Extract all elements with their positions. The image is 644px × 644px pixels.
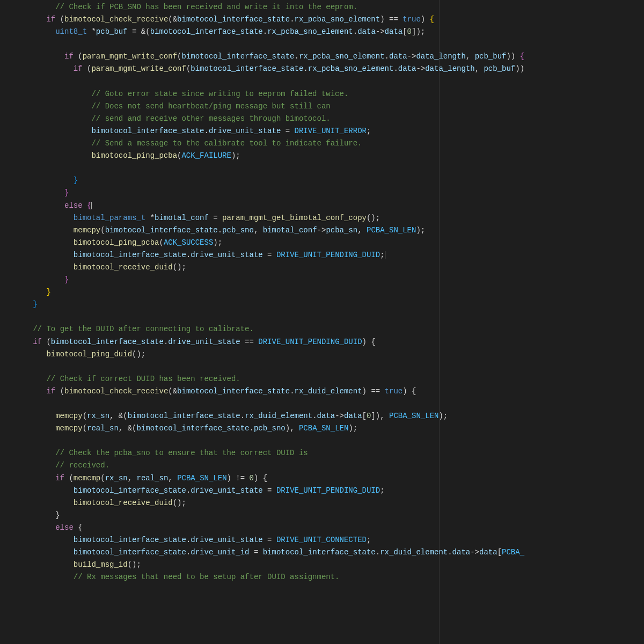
- token-var: rx_sn: [105, 474, 128, 482]
- token-const: ACK_SUCCESS: [164, 238, 213, 247]
- token-var: bimotocol_interface_state: [136, 424, 249, 433]
- token-op: {: [74, 523, 83, 532]
- token-op: ();: [132, 350, 145, 358]
- token-op: [: [497, 548, 502, 557]
- token-op: =: [263, 486, 276, 495]
- token-op: ]),: [371, 412, 389, 420]
- token-kw: else: [64, 201, 83, 210]
- token-fn: param_mgmt_get_bimotal_conf_copy: [222, 214, 367, 222]
- token-op: ,: [128, 474, 137, 482]
- token-op: .: [448, 548, 452, 557]
- token-var: bimotocol_interface_state: [105, 226, 218, 235]
- token-op: ,: [254, 226, 263, 235]
- token-op: *: [145, 214, 155, 222]
- token-var: rx_pcba_sno_element: [295, 15, 380, 24]
- token-op: =: [263, 536, 276, 544]
- token-const: DRIVE_UNIT_CONNECTED: [276, 536, 367, 544]
- code-content[interactable]: // Check if PCB_SNO has been received an…: [0, 1, 644, 583]
- token-op: (&: [168, 15, 177, 24]
- token-op: .: [303, 64, 308, 73]
- token-type: true: [402, 15, 421, 24]
- token-var: bimotocol_interface_state: [263, 548, 376, 557]
- token-op: ) {: [362, 338, 376, 346]
- token-op: .: [312, 412, 317, 420]
- token-cmt: // Rx messages that need to be setup aft…: [74, 573, 340, 581]
- token-var: drive_unit_state: [191, 486, 262, 495]
- token-var: pcba_sn: [326, 226, 357, 235]
- token-op: ) ==: [362, 387, 385, 396]
- token-fn: bimotocol_receive_duid: [74, 263, 173, 272]
- token-var: bimotocol_interface_state: [74, 486, 186, 495]
- token-fn: param_mgmt_write_conf: [83, 52, 177, 61]
- token-const: ACK_FAILURE: [181, 151, 231, 160]
- token-brace-y: {: [430, 15, 434, 24]
- token-op: }: [55, 511, 60, 519]
- token-fn: memcmp: [74, 474, 100, 482]
- token-cmt: // send and receive other messages throu…: [91, 114, 330, 123]
- token-var: bimotocol_interface_state: [91, 127, 204, 135]
- token-var: bimotal_conf: [155, 214, 209, 222]
- token-op: ;: [380, 251, 384, 259]
- token-var: data: [344, 412, 362, 420]
- token-brace-p: }: [64, 188, 69, 197]
- token-var: data: [389, 52, 407, 61]
- token-kw: if: [55, 474, 64, 482]
- token-op: , &(: [109, 412, 128, 420]
- token-fn: build_msg_id: [74, 560, 128, 569]
- token-op: =: [281, 127, 294, 135]
- token-kw: else: [55, 523, 74, 532]
- token-op: (: [55, 387, 64, 396]
- token-op: ) {: [402, 387, 416, 396]
- token-var: drive_unit_id: [191, 548, 249, 557]
- code-editor[interactable]: // Check if PCB_SNO has been received an…: [0, 0, 644, 644]
- token-op: ==: [240, 338, 259, 346]
- token-op: .: [263, 27, 267, 36]
- token-op: (: [159, 238, 163, 247]
- token-brace-y: }: [46, 288, 50, 296]
- token-var: pcb_buf: [96, 27, 128, 36]
- token-op: ->: [376, 27, 385, 36]
- token-op: (: [55, 15, 64, 24]
- token-cmt: // Goto error state since writing to eep…: [91, 90, 348, 98]
- token-op: ) !=: [227, 474, 250, 482]
- token-var: bimotocol_interface_state: [74, 536, 186, 544]
- token-op: (&: [168, 387, 177, 396]
- token-var: rx_duid_element: [295, 387, 362, 396]
- token-op: .: [218, 226, 222, 235]
- token-op: .: [385, 52, 389, 61]
- token-op: ;: [367, 127, 371, 135]
- token-fn: memcpy: [55, 424, 82, 433]
- token-op: ,: [168, 474, 177, 482]
- token-fn: bimotocol_receive_duid: [74, 499, 173, 507]
- token-var: data: [479, 548, 497, 557]
- token-brace-p: }: [64, 275, 69, 284]
- token-op: ,: [466, 52, 475, 61]
- token-var: bimotocol_interface_state: [74, 548, 186, 557]
- token-var: data: [398, 64, 416, 73]
- token-var: drive_unit_state: [191, 536, 262, 544]
- token-op: .: [204, 127, 208, 135]
- token-cmt: // Does not send heartbeat/ping message …: [91, 102, 330, 111]
- token-op: ();: [128, 560, 141, 569]
- token-var: real_sn: [137, 474, 169, 482]
- token-op: ) {: [254, 474, 267, 482]
- token-cmt: // Check the pcba_sno to ensure that the…: [55, 449, 308, 457]
- token-op: ();: [173, 499, 186, 507]
- token-var: pcb_buf: [484, 64, 515, 73]
- token-var: rx_duid_element: [380, 548, 448, 557]
- token-op: (: [100, 474, 105, 482]
- token-type: uint8_t: [55, 27, 87, 36]
- token-var: bimotocol_interface_state: [150, 27, 263, 36]
- token-op: =: [209, 214, 222, 222]
- token-fn: bimotocol_check_receive: [64, 15, 168, 24]
- token-op: [: [402, 27, 407, 36]
- token-num: 0: [407, 27, 412, 36]
- token-var: pcb_sno: [254, 424, 286, 433]
- token-op: (: [74, 52, 83, 61]
- token-op: );: [231, 151, 240, 160]
- token-var: bimotocol_interface_state: [74, 251, 186, 259]
- token-fn: bimotocol_check_receive: [64, 387, 168, 396]
- token-op: (: [83, 424, 87, 433]
- token-fn: param_mgmt_write_conf: [91, 64, 186, 73]
- token-op: ->: [416, 64, 425, 73]
